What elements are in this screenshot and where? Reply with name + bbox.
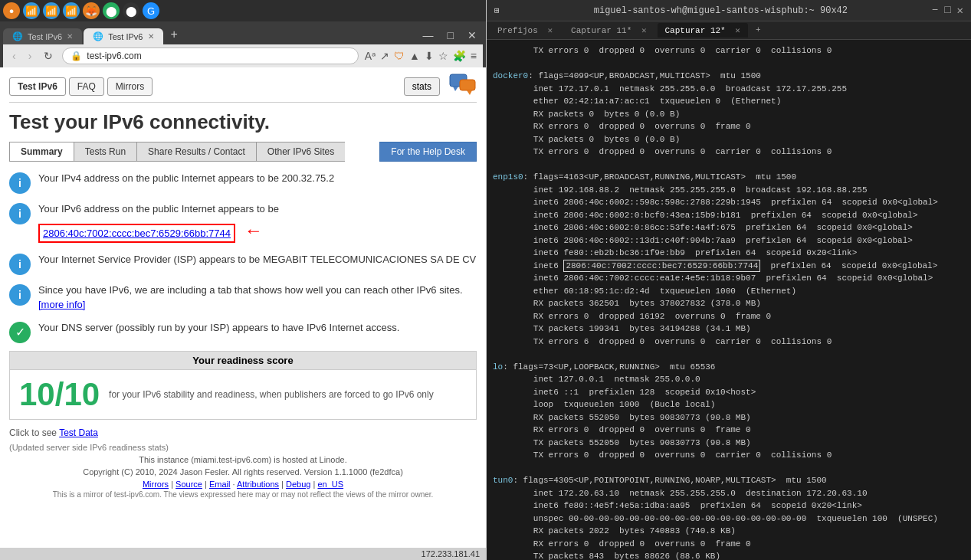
terminal-tabs: Prefijos ✕ Capturar 11* ✕ Capturar 12* ✕… [487,21,971,40]
footer-link-debug[interactable]: Debug [286,480,310,489]
stats-button[interactable]: stats [404,77,440,96]
footer-link-mirrors[interactable]: Mirrors [143,480,169,489]
reload-button[interactable]: ↻ [41,48,56,64]
terminal-line-enp-tx1: TX packets 199341 bytes 34194288 (34.1 M… [493,323,965,336]
info-text-isp: Your Internet Service Provider (ISP) app… [38,252,476,267]
browser-chrome: 🌐 Test IPv6 ✕ 🌐 Test IPv6 ✕ + — □ ✕ ‹ › … [0,21,486,67]
extension-icon[interactable]: ▲ [409,50,420,62]
terminal-line-enp-inet6-highlight: inet6 2806:40c:7002:cccc:bec7:6529:66bb:… [493,260,965,273]
footer-link-email[interactable]: Email [209,480,231,489]
taskbar-icon-7[interactable]: ⬤ [123,2,139,19]
info-icon-dns: ✓ [9,322,31,343]
terminal-line-blank1 [493,57,965,70]
site-nav-mirrors[interactable]: Mirrors [107,77,153,96]
terminal-line-docker-inet: inet 172.17.0.1 netmask 255.255.0.0 broa… [493,83,965,96]
more-info-link[interactable]: [more info] [38,299,85,310]
taskbar-icon-4[interactable]: 📶 [63,2,80,19]
terminal-tab-capturar11-close[interactable]: ✕ [641,26,647,35]
footer-link-lang[interactable]: en_US [317,480,343,489]
terminal-line-lo-rx1: RX packets 552050 bytes 90830773 (90.8 M… [493,411,965,424]
readiness-content: 10/10 for your IPv6 stability and readin… [10,370,476,419]
tab-summary[interactable]: Summary [9,142,74,162]
terminal-tab-capturar12[interactable]: Capturar 12* ✕ [658,23,748,38]
new-tab-button[interactable]: + [165,25,184,44]
taskbar: ● 📶 📶 📶 🦊 ⬤ ⬤ G [0,0,486,21]
terminal-line-docker-tx1: TX packets 0 bytes 0 (0.0 B) [493,133,965,146]
terminal-line-enp-ether: ether 60:18:95:1c:d2:4d txqueuelen 1000 … [493,285,965,298]
download-icon[interactable]: ⬇ [425,50,434,62]
terminal-menu-icon[interactable]: ⊞ [494,5,510,15]
terminal-header: ⊞ miguel-santos-wh@miguel-santos-wisphub… [487,0,971,21]
back-button[interactable]: ‹ [9,48,19,64]
status-ip: 172.233.181.41 [422,549,480,558]
puzzle-icon[interactable]: 🧩 [453,50,466,62]
terminal-minimize-icon[interactable]: − [932,4,938,17]
taskbar-icon-3[interactable]: 📶 [43,2,60,19]
tab-other-ipv6[interactable]: Other IPv6 Sites [256,142,345,162]
terminal-line-tun-inet6: inet6 fe80::4e5f:4e5a:1dba:aa95 prefixle… [493,499,965,513]
footer-copyright: Copyright (C) 2010, 2024 Jason Fesler. A… [9,467,477,476]
site-nav-faq[interactable]: FAQ [69,77,104,96]
terminal-new-tab-button[interactable]: + [751,23,766,38]
terminal-line-blank3 [493,348,965,361]
terminal-tab-prefijos-close[interactable]: ✕ [547,26,553,35]
tab-minimize-icon[interactable]: — [417,26,440,44]
page-content: Test IPv6 FAQ Mirrors stats Test your IP… [0,67,486,548]
menu-icon[interactable]: ≡ [471,50,477,62]
url-box[interactable]: 🔒 test-ipv6.com [62,47,358,64]
terminal-line-docker-ether: ether 02:42:1a:a7:ac:c1 txqueuelen 0 (Et… [493,95,965,108]
tab-active[interactable]: 🌐 Test IPv6 ✕ [84,28,162,44]
site-nav: Test IPv6 FAQ Mirrors stats [9,74,477,103]
readiness-box: Your readiness score 10/10 for your IPv6… [9,351,477,420]
terminal-line-docker-rxerr: RX errors 0 dropped 0 overruns 0 frame 0 [493,120,965,133]
terminal-line-lo-rxerr: RX errors 0 dropped 0 overruns 0 frame 0 [493,424,965,437]
tab-close-icon[interactable]: ✕ [67,32,73,41]
status-bar: 172.233.181.41 [0,548,486,560]
test-data-link[interactable]: Test Data [59,427,98,438]
svg-rect-2 [460,80,475,90]
terminal-line-tun-unspec: unspec 00-00-00-00-00-00-00-00-00-00-00-… [493,513,965,526]
terminal-line-tun0: tun0: flags=4305<UP,POINTOPOINT,RUNNING,… [493,474,965,487]
taskbar-icon-5[interactable]: 🦊 [83,2,100,19]
terminal-line-docker0: docker0: flags=4099<UP,BROADCAST,MULTICA… [493,70,965,83]
tab-label: Test IPv6 [28,32,62,41]
tab-maximize-icon[interactable]: □ [441,26,460,44]
terminal-line-tun-inet: inet 172.20.63.10 netmask 255.255.255.0 … [493,487,965,500]
terminal-line-enp-inet6-4: inet6 2806:40c:6002::13d1:c40f:904b:7aa9… [493,234,965,247]
share-icon[interactable]: ↗ [380,50,389,62]
taskbar-icon-2[interactable]: 📶 [23,2,40,19]
info-item-dns: ✓ Your DNS server (possibly run by your … [9,320,477,343]
tab-share-results[interactable]: Share Results / Contact [136,142,256,162]
site-nav-test-ipv6[interactable]: Test IPv6 [9,77,66,96]
terminal-tab-prefijos[interactable]: Prefijos ✕ [490,23,560,38]
red-arrow-icon: ← [244,220,263,241]
tab-close-active-icon[interactable]: ✕ [148,32,154,41]
browser-panel: ● 📶 📶 📶 🦊 ⬤ ⬤ G 🌐 Test IPv6 ✕ 🌐 Test IPv… [0,0,487,560]
translate-icon[interactable]: Aᵃ [365,50,376,62]
terminal-tab-capturar11[interactable]: Capturar 11* ✕ [563,23,654,38]
taskbar-icon-8[interactable]: G [143,2,159,19]
shield-icon[interactable]: 🛡 [394,50,405,62]
test-data-intro: Click to see [9,427,57,438]
terminal-line-tun-rxerr: RX errors 0 dropped 0 overruns 0 frame 0 [493,538,965,551]
taskbar-icon-1[interactable]: ● [3,2,20,19]
tab-test-ipv6[interactable]: 🌐 Test IPv6 ✕ [3,28,82,44]
tab-help-desk[interactable]: For the Help Desk [379,142,477,162]
footer-link-attributions[interactable]: Attributions [237,480,279,489]
terminal-tab-capturar12-close[interactable]: ✕ [735,26,740,35]
terminal-close-icon[interactable]: ✕ [957,4,963,17]
info-item-ipv6-tab: i Since you have IPv6, we are including … [9,283,477,313]
tab-tests-run[interactable]: Tests Run [74,142,136,162]
terminal-body[interactable]: TX errors 0 dropped 0 overruns 0 carrier… [487,40,971,560]
tab-bar: 🌐 Test IPv6 ✕ 🌐 Test IPv6 ✕ + — □ ✕ [3,25,483,44]
forward-button[interactable]: › [25,48,35,64]
terminal-maximize-icon[interactable]: □ [944,4,950,17]
address-bar: ‹ › ↻ 🔒 test-ipv6.com Aᵃ ↗ 🛡 ▲ ⬇ ☆ 🧩 ≡ [3,44,483,67]
info-icon-ipv6: i [9,203,31,224]
bookmark-icon[interactable]: ☆ [438,50,448,62]
chat-icon[interactable] [449,74,477,99]
taskbar-icon-6[interactable]: ⬤ [103,2,120,19]
readiness-score: 10/10 [19,376,100,413]
footer-link-source[interactable]: Source [176,480,202,489]
tab-close-window-icon[interactable]: ✕ [461,26,483,44]
